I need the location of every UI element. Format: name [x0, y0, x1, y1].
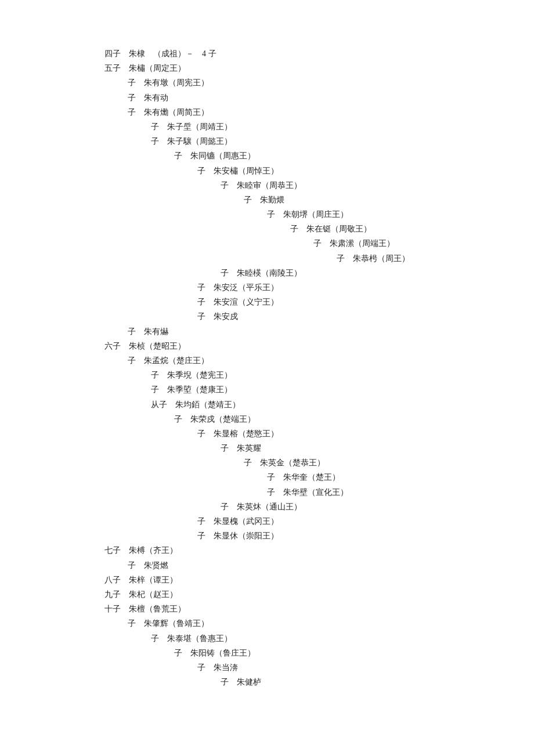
list-item: 子 朱健栌	[104, 675, 534, 689]
list-item: 子 朱英金（楚恭王）	[104, 455, 534, 470]
list-item: 子 朱有动	[104, 91, 534, 105]
list-item: 六子 朱桢（楚昭王）	[104, 339, 534, 353]
list-item: 子 朱在铤（周敬王）	[104, 222, 534, 236]
list-item: 十子 朱檀（鲁荒王）	[104, 602, 534, 616]
list-item: 九子 朱杞（赵王）	[104, 587, 534, 602]
list-item: 五子 朱橚（周定王）	[104, 61, 534, 75]
list-item: 子 朱子驤（周懿王）	[104, 134, 534, 149]
list-item: 子 朱当渀	[104, 660, 534, 675]
list-item: 子 朱肇辉（鲁靖王）	[104, 616, 534, 631]
list-item: 子 朱朝堺（周庄王）	[104, 207, 534, 222]
list-item: 子 朱安橚（周悼王）	[104, 164, 534, 178]
list-item: 子 朱同镳（周惠王）	[104, 149, 534, 163]
list-item: 子 朱英耀	[104, 441, 534, 455]
list-item: 子 朱孟烷（楚庄王）	[104, 353, 534, 368]
list-item: 子 朱有爋（周简王）	[104, 105, 534, 120]
list-item: 子 朱安泛（平乐王）	[104, 280, 534, 295]
list-item: 子 朱泰堪（鲁惠王）	[104, 631, 534, 646]
list-item: 子 朱荣戍（楚端王）	[104, 412, 534, 426]
list-item: 子 朱阳铸（鲁庄王）	[104, 646, 534, 660]
list-item: 子 朱显休（崇阳王）	[104, 529, 534, 543]
list-item: 八子 朱梓（谭王）	[104, 573, 534, 587]
list-item: 子 朱子垕（周靖王）	[104, 120, 534, 134]
list-item: 子 朱季堄（楚宪王）	[104, 368, 534, 382]
list-item: 四子 朱棣 （成祖）－ 4 子	[104, 46, 534, 61]
list-item: 七子 朱榑（齐王）	[104, 543, 534, 558]
list-item: 从子 朱均銆（楚靖王）	[104, 397, 534, 412]
list-item: 子 朱睦楧（南陵王）	[104, 266, 534, 280]
list-item: 子 朱有墩（周宪王）	[104, 75, 534, 90]
list-item: 子 朱有爀	[104, 324, 534, 339]
list-item: 子 朱贤燃	[104, 558, 534, 573]
list-item: 子 朱华壁（宣化王）	[104, 485, 534, 500]
list-item: 子 朱睦审（周恭王）	[104, 178, 534, 193]
list-item: 子 朱季埅（楚康王）	[104, 382, 534, 397]
list-item: 子 朱勤煨	[104, 193, 534, 207]
list-item: 子 朱显榕（楚愍王）	[104, 426, 534, 441]
list-item: 子 朱肃潆（周端王）	[104, 236, 534, 251]
genealogy-content: 四子 朱棣 （成祖）－ 4 子五子 朱橚（周定王）子 朱有墩（周宪王）子 朱有动…	[104, 46, 534, 689]
list-item: 子 朱恭枵（周王）	[104, 251, 534, 266]
list-item: 子 朱安戍	[104, 309, 534, 324]
list-item: 子 朱英炑（通山王）	[104, 500, 534, 514]
list-item: 子 朱华奎（楚王）	[104, 470, 534, 484]
list-item: 子 朱安渲（义宁王）	[104, 295, 534, 309]
list-item: 子 朱显槐（武冈王）	[104, 514, 534, 529]
